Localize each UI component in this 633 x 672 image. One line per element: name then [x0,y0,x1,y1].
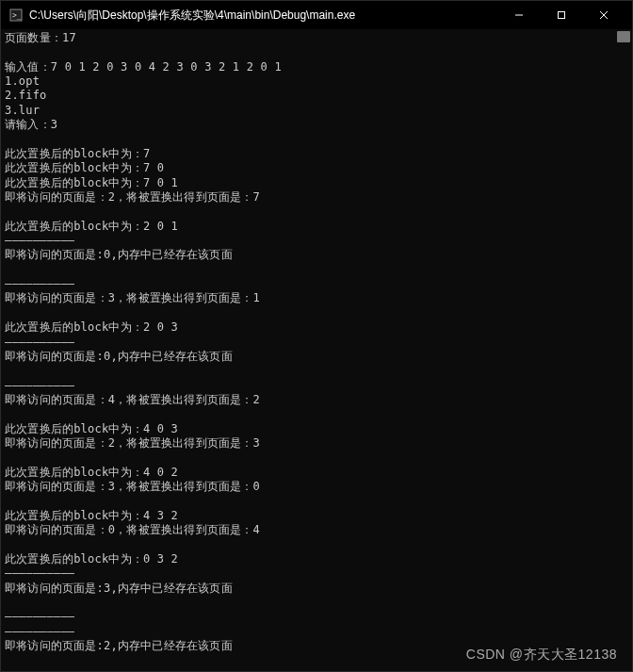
window-title: C:\Users\向阳\Desktop\操作系统实验\4\main\bin\De… [29,8,497,24]
console-line: 1.opt [5,74,628,89]
console-line: 此次置换后的block中为：4 0 2 [5,466,628,480]
titlebar[interactable]: >_ C:\Users\向阳\Desktop\操作系统实验\4\main\bin… [1,1,632,29]
console-line [5,205,628,219]
console-line: —————————— [5,234,628,248]
console-line: 请输入：3 [5,118,628,132]
scrollbar-thumb[interactable] [617,31,630,42]
console-line [5,45,628,59]
console-line: —————————— [5,336,628,350]
console-line [5,263,628,277]
console-line [5,306,628,320]
console-line [5,451,628,465]
console-line: 页面数量：17 [5,31,628,45]
console-line: 此次置换后的block中为：7 0 [5,161,628,175]
svg-rect-3 [558,12,564,19]
console-line [5,596,628,610]
window-controls [497,1,625,29]
console-line: 即将访问的页面是：2，将被置换出得到页面是：7 [5,190,628,205]
console-line: —————————— [5,277,628,291]
console-line: 即将访问的页面是：2，将被置换出得到页面是：3 [5,436,628,451]
console-line: 此次置换后的block中为：7 [5,147,628,161]
console-line: 即将访问的页面是:3,内存中已经存在该页面 [5,582,628,596]
console-line: 此次置换后的block中为：2 0 3 [5,320,628,335]
console-line [5,538,628,552]
svg-text:>_: >_ [12,11,22,20]
console-line: —————————— [5,668,628,671]
console-line: 3.lur [5,104,628,118]
console-line: 此次置换后的block中为：7 0 1 [5,176,628,190]
app-icon: >_ [8,8,24,23]
console-line: —————————— [5,610,628,624]
console-line: 输入值：7 0 1 2 0 3 0 4 2 3 0 3 2 1 2 0 1 [5,60,628,74]
console-line: 此次置换后的block中为：4 3 2 [5,509,628,523]
console-line: 即将访问的页面是：3，将被置换出得到页面是：0 [5,480,628,494]
console-line: 即将访问的页面是:0,内存中已经存在该页面 [5,350,628,364]
console-line: 即将访问的页面是:0,内存中已经存在该页面 [5,248,628,262]
console-line: 此次置换后的block中为：0 3 2 [5,552,628,566]
watermark-text: CSDN @齐天大圣12138 [466,647,617,664]
console-window: >_ C:\Users\向阳\Desktop\操作系统实验\4\main\bin… [0,0,633,672]
console-line [5,133,628,147]
console-line [5,364,628,378]
console-line: 2.fifo [5,89,628,103]
console-line [5,495,628,509]
close-button[interactable] [582,1,625,29]
console-line: 即将访问的页面是：4，将被置换出得到页面是：2 [5,393,628,407]
console-line: —————————— [5,379,628,393]
console-line: 即将访问的页面是：3，将被置换出得到页面是：1 [5,291,628,305]
minimize-button[interactable] [497,1,540,29]
console-line: —————————— [5,625,628,639]
console-output[interactable]: 页面数量：17 输入值：7 0 1 2 0 3 0 4 2 3 0 3 2 1 … [1,29,632,671]
maximize-button[interactable] [540,1,582,29]
console-line [5,407,628,421]
console-line: —————————— [5,566,628,581]
console-line: 此次置换后的block中为：2 0 1 [5,220,628,234]
console-line: 此次置换后的block中为：4 0 3 [5,422,628,436]
console-line: 即将访问的页面是：0，将被置换出得到页面是：4 [5,523,628,537]
